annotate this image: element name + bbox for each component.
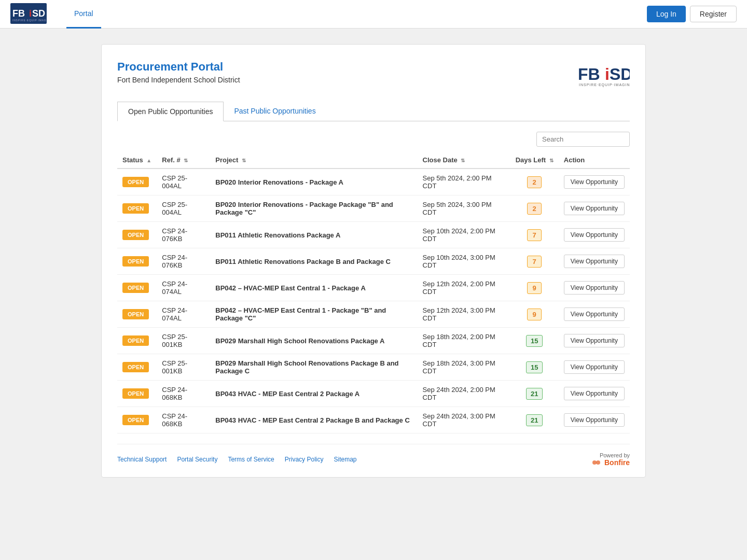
nav-portal[interactable]: Portal xyxy=(66,0,101,29)
days-badge: 21 xyxy=(526,388,543,400)
cell-action: View Opportunity xyxy=(559,169,630,195)
cell-status: OPEN xyxy=(117,381,157,407)
status-badge: OPEN xyxy=(122,177,149,187)
status-badge: OPEN xyxy=(122,309,149,319)
cell-project: BP042 – HVAC-MEP East Central 1 - Packag… xyxy=(210,301,417,328)
cell-ref: CSP 25-001KB xyxy=(157,354,210,381)
table-body: OPEN CSP 25-004AL BP020 Interior Renovat… xyxy=(117,169,630,433)
tabs: Open Public Opportunities Past Public Op… xyxy=(117,102,630,121)
footer-link-privacy[interactable]: Privacy Policy xyxy=(285,456,324,463)
view-opportunity-button[interactable]: View Opportunity xyxy=(564,334,625,347)
days-badge: 2 xyxy=(527,203,542,215)
cell-close-date: Sep 12th 2024, 2:00 PM CDT xyxy=(418,275,510,301)
nav-links: Portal xyxy=(66,0,647,29)
cell-ref: CSP 25-004AL xyxy=(157,169,210,195)
view-opportunity-button[interactable]: View Opportunity xyxy=(564,281,625,295)
svg-text:INSPIRE·EQUIP·IMAGINE: INSPIRE·EQUIP·IMAGINE xyxy=(12,19,47,22)
svg-text:SD: SD xyxy=(610,65,630,83)
cell-action: View Opportunity xyxy=(559,222,630,248)
fbisd-logo-img: FB i SD INSPIRE·EQUIP·IMAGINE xyxy=(10,3,47,24)
footer-link-technical-support[interactable]: Technical Support xyxy=(117,456,167,463)
sort-icon-ref[interactable]: ⇅ xyxy=(184,158,188,163)
table-row: OPEN CSP 24-074AL BP042 – HVAC-MEP East … xyxy=(117,275,630,301)
days-badge: 9 xyxy=(527,309,542,320)
portal-header-text: Procurement Portal Fort Bend Independent… xyxy=(117,60,240,84)
cell-project: BP042 – HVAC-MEP East Central 1 - Packag… xyxy=(210,275,417,301)
register-button[interactable]: Register xyxy=(690,6,737,22)
cell-status: OPEN xyxy=(117,275,157,301)
footer-link-terms[interactable]: Terms of Service xyxy=(228,456,274,463)
sort-icon-close-date[interactable]: ⇅ xyxy=(461,158,465,163)
svg-point-9 xyxy=(592,460,597,465)
cell-ref: CSP 24-074AL xyxy=(157,275,210,301)
svg-text:FB: FB xyxy=(578,65,600,83)
cell-days-left: 7 xyxy=(510,248,559,275)
svg-text:i: i xyxy=(605,65,610,83)
status-badge: OPEN xyxy=(122,203,149,214)
cell-close-date: Sep 24th 2024, 2:00 PM CDT xyxy=(418,381,510,407)
cell-project: BP029 Marshall High School Renovations P… xyxy=(210,354,417,381)
col-days-left: Days Left ⇅ xyxy=(510,152,559,169)
days-badge: 9 xyxy=(527,282,542,294)
cell-days-left: 2 xyxy=(510,169,559,195)
top-nav: FB i SD INSPIRE·EQUIP·IMAGINE Portal Log… xyxy=(0,0,747,29)
table-row: OPEN CSP 25-001KB BP029 Marshall High Sc… xyxy=(117,328,630,354)
table-row: OPEN CSP 25-001KB BP029 Marshall High Sc… xyxy=(117,354,630,381)
status-badge: OPEN xyxy=(122,415,149,425)
table-row: OPEN CSP 24-074AL BP042 – HVAC-MEP East … xyxy=(117,301,630,328)
cell-days-left: 9 xyxy=(510,275,559,301)
days-badge: 15 xyxy=(526,361,543,373)
view-opportunity-button[interactable]: View Opportunity xyxy=(564,255,625,268)
cell-project: BP043 HVAC - MEP East Central 2 Package … xyxy=(210,381,417,407)
search-input[interactable] xyxy=(536,132,630,147)
login-button[interactable]: Log In xyxy=(647,6,686,22)
cell-action: View Opportunity xyxy=(559,328,630,354)
view-opportunity-button[interactable]: View Opportunity xyxy=(564,202,625,215)
cell-status: OPEN xyxy=(117,354,157,381)
col-close-date: Close Date ⇅ xyxy=(418,152,510,169)
cell-status: OPEN xyxy=(117,195,157,222)
fbisd-logo-block: FB i SD INSPIRE·EQUIP·IMAGINE xyxy=(578,60,630,89)
view-opportunity-button[interactable]: View Opportunity xyxy=(564,387,625,400)
bonfire-logo-icon xyxy=(592,459,602,466)
footer-link-sitemap[interactable]: Sitemap xyxy=(334,456,356,463)
cell-project: BP043 HVAC - MEP East Central 2 Package … xyxy=(210,407,417,433)
cell-action: View Opportunity xyxy=(559,381,630,407)
opportunities-table: Status ▲ Ref. # ⇅ Project ⇅ Close Date ⇅… xyxy=(117,152,630,433)
cell-ref: CSP 24-074AL xyxy=(157,301,210,328)
main-container: Procurement Portal Fort Bend Independent… xyxy=(101,44,646,478)
cell-status: OPEN xyxy=(117,407,157,433)
days-badge: 15 xyxy=(526,335,543,347)
cell-status: OPEN xyxy=(117,222,157,248)
view-opportunity-button[interactable]: View Opportunity xyxy=(564,360,625,374)
status-badge: OPEN xyxy=(122,283,149,293)
cell-action: View Opportunity xyxy=(559,354,630,381)
cell-project: BP011 Athletic Renovations Package B and… xyxy=(210,248,417,275)
tab-past[interactable]: Past Public Opportunities xyxy=(224,102,326,121)
view-opportunity-button[interactable]: View Opportunity xyxy=(564,228,625,242)
cell-ref: CSP 24-076KB xyxy=(157,248,210,275)
view-opportunity-button[interactable]: View Opportunity xyxy=(564,307,625,321)
sort-icon-project[interactable]: ⇅ xyxy=(242,158,246,163)
footer: Technical Support Portal Security Terms … xyxy=(117,444,630,467)
table-row: OPEN CSP 24-076KB BP011 Athletic Renovat… xyxy=(117,248,630,275)
cell-action: View Opportunity xyxy=(559,195,630,222)
status-badge: OPEN xyxy=(122,362,149,372)
tab-open[interactable]: Open Public Opportunities xyxy=(117,102,224,121)
portal-subtitle: Fort Bend Independent School District xyxy=(117,76,240,84)
cell-ref: CSP 24-076KB xyxy=(157,222,210,248)
cell-close-date: Sep 12th 2024, 3:00 PM CDT xyxy=(418,301,510,328)
sort-icon-status[interactable]: ▲ xyxy=(146,158,151,163)
sort-icon-days-left[interactable]: ⇅ xyxy=(549,158,554,163)
col-action: Action xyxy=(559,152,630,169)
cell-days-left: 7 xyxy=(510,222,559,248)
cell-close-date: Sep 5th 2024, 2:00 PM CDT xyxy=(418,169,510,195)
footer-link-portal-security[interactable]: Portal Security xyxy=(177,456,217,463)
svg-text:INSPIRE·EQUIP·IMAGINE: INSPIRE·EQUIP·IMAGINE xyxy=(579,83,630,87)
cell-project: BP020 Interior Renovations - Package A xyxy=(210,169,417,195)
table-row: OPEN CSP 25-004AL BP020 Interior Renovat… xyxy=(117,169,630,195)
table-row: OPEN CSP 25-004AL BP020 Interior Renovat… xyxy=(117,195,630,222)
days-badge: 7 xyxy=(527,229,542,241)
view-opportunity-button[interactable]: View Opportunity xyxy=(564,413,625,427)
view-opportunity-button[interactable]: View Opportunity xyxy=(564,175,625,189)
